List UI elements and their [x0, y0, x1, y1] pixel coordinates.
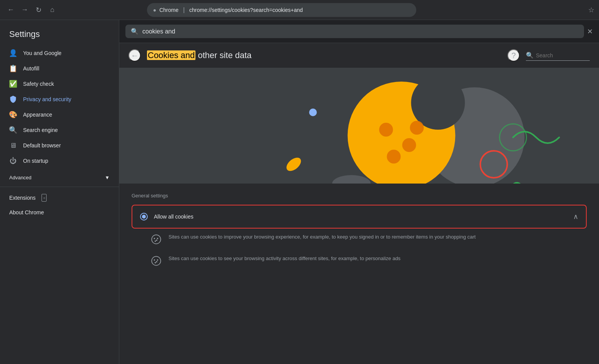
shield-icon: ✅ — [9, 80, 17, 88]
title-rest: other site data — [195, 50, 252, 60]
sidebar-item-on-startup[interactable]: ⏻ On startup — [0, 153, 116, 169]
sidebar: Settings 👤 You and Google 📋 Autofill ✅ S… — [0, 20, 119, 364]
sidebar-divider — [0, 187, 119, 187]
svg-point-23 — [154, 259, 155, 261]
advanced-section[interactable]: Advanced ▼ — [0, 169, 119, 184]
home-button[interactable]: ⌂ — [46, 4, 58, 16]
sidebar-item-default-browser[interactable]: 🖥 Default browser — [0, 138, 116, 153]
address-bar[interactable]: ● Chrome | chrome://settings/cookies?sea… — [147, 3, 416, 17]
sidebar-label-default-browser: Default browser — [23, 142, 61, 149]
cookie-icon-1 — [150, 255, 162, 267]
chevron-down-icon: ▼ — [105, 175, 110, 180]
sidebar-item-search-engine[interactable]: 🔍 Search engine — [0, 122, 116, 138]
bookmark-icon[interactable]: ☆ — [588, 6, 594, 14]
sidebar-label-you-and-google: You and Google — [23, 50, 62, 56]
security-icon: ● — [153, 7, 156, 13]
sidebar-item-extensions[interactable]: Extensions ▫ — [0, 190, 119, 205]
svg-point-6 — [387, 150, 401, 164]
cookie-icon-0 — [150, 233, 162, 245]
search-input[interactable] — [142, 28, 579, 35]
help-button[interactable]: ? — [507, 49, 520, 62]
content-search-input[interactable] — [536, 52, 590, 58]
browser-brand: Chrome — [159, 7, 179, 13]
power-icon: ⏻ — [9, 157, 17, 165]
sub-item-1: Sites can use cookies to see your browsi… — [132, 250, 587, 272]
advanced-label: Advanced — [9, 175, 32, 180]
sidebar-label-search-engine: Search engine — [23, 127, 58, 133]
sidebar-item-safety-check[interactable]: ✅ Safety check — [0, 76, 116, 92]
sidebar-label-autofill: Autofill — [23, 65, 39, 72]
sub-item-text-0: Sites can use cookies to improve your br… — [169, 233, 476, 241]
allow-all-cookies-container: Allow all cookies ∧ — [132, 205, 587, 229]
search-icon: 🔍 — [131, 28, 138, 35]
sidebar-title: Settings — [0, 23, 119, 45]
allow-all-cookies-option[interactable]: Allow all cookies ∧ — [132, 207, 586, 226]
sidebar-label-safety-check: Safety check — [23, 81, 54, 87]
url-path: settings — [212, 7, 230, 13]
forward-button[interactable]: → — [18, 4, 31, 16]
search-icon: 🔍 — [9, 126, 17, 134]
settings-search-bar: 🔍 ✕ — [119, 20, 599, 43]
svg-point-25 — [155, 262, 156, 264]
content-header: ← Cookies and other site data ? 🔍 — [119, 43, 599, 68]
computer-icon: 🖥 — [9, 142, 17, 149]
sidebar-item-you-and-google[interactable]: 👤 You and Google — [0, 45, 116, 61]
svg-point-19 — [156, 240, 157, 241]
url-display: chrome://settings/cookies?search=cookies… — [189, 7, 410, 13]
svg-point-20 — [155, 240, 156, 242]
external-link-icon: ▫ — [42, 194, 47, 202]
svg-point-21 — [157, 238, 159, 239]
reload-button[interactable]: ↻ — [32, 4, 45, 16]
palette-icon: 🎨 — [9, 111, 17, 119]
title-highlight: Cookies and — [147, 50, 195, 60]
sidebar-item-appearance[interactable]: 🎨 Appearance — [0, 107, 116, 122]
allow-all-cookies-label: Allow all cookies — [154, 214, 194, 220]
svg-point-26 — [157, 259, 159, 261]
svg-point-7 — [410, 121, 424, 135]
svg-point-22 — [152, 256, 160, 265]
svg-point-24 — [156, 261, 157, 263]
sidebar-label-appearance: Appearance — [23, 112, 52, 118]
clear-search-icon[interactable]: ✕ — [587, 27, 593, 36]
sidebar-label-extensions: Extensions — [9, 195, 35, 201]
autofill-icon: 📋 — [9, 65, 17, 72]
content-area: ← Cookies and other site data ? 🔍 — [119, 43, 599, 364]
sub-item-0: Sites can use cookies to improve your br… — [132, 229, 587, 250]
svg-point-18 — [154, 238, 155, 239]
content-back-button[interactable]: ← — [128, 49, 141, 62]
sidebar-label-privacy: Privacy and security — [23, 96, 71, 102]
settings-content: General settings Allow all cookies ∧ — [119, 184, 599, 364]
svg-point-8 — [309, 109, 317, 116]
content-search-icon: 🔍 — [526, 52, 534, 59]
general-settings-label: General settings — [132, 193, 587, 199]
url-scheme: chrome:// — [189, 7, 212, 13]
security-shield-icon — [9, 95, 17, 103]
browser-chrome: ← → ↻ ⌂ ● Chrome | chrome://settings/coo… — [0, 0, 599, 20]
url-highlight-part: /cookies?search=cookies+and — [230, 7, 303, 13]
hero-illustration — [119, 68, 599, 184]
svg-point-5 — [402, 138, 416, 152]
content-search-container[interactable]: 🔍 — [526, 50, 590, 61]
main-container: Settings 👤 You and Google 📋 Autofill ✅ S… — [0, 20, 599, 364]
sidebar-item-privacy-and-security[interactable]: Privacy and security — [0, 92, 116, 107]
sub-item-text-1: Sites can use cookies to see your browsi… — [169, 255, 400, 262]
expand-icon[interactable]: ∧ — [573, 212, 578, 221]
sidebar-label-on-startup: On startup — [23, 158, 48, 164]
svg-point-4 — [379, 123, 393, 137]
sidebar-item-about-chrome[interactable]: About Chrome — [0, 205, 119, 219]
sidebar-label-about-chrome: About Chrome — [9, 209, 44, 215]
separator: | — [183, 7, 185, 13]
allow-all-cookies-radio[interactable] — [140, 213, 148, 220]
page-title: Cookies and other site data — [147, 50, 501, 60]
sidebar-item-autofill[interactable]: 📋 Autofill — [0, 61, 116, 76]
person-icon: 👤 — [9, 49, 17, 57]
back-button[interactable]: ← — [5, 4, 17, 16]
nav-buttons: ← → ↻ ⌂ — [5, 4, 58, 16]
search-input-container[interactable]: 🔍 — [125, 25, 584, 38]
svg-point-17 — [152, 235, 160, 244]
